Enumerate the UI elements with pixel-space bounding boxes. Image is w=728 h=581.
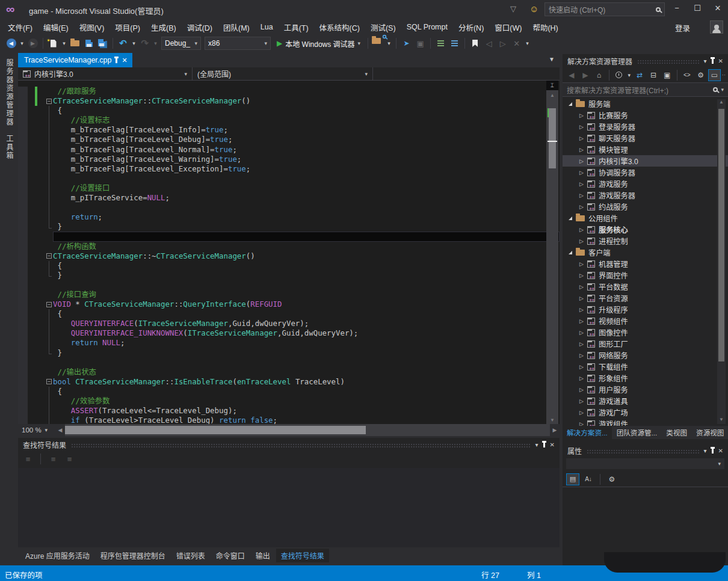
member-scope-dropdown[interactable] [373, 67, 560, 80]
menu-item-6[interactable]: 团队(M) [218, 19, 255, 35]
pin-icon[interactable] [712, 449, 714, 453]
breakpoint-margin[interactable] [18, 358, 28, 367]
collapsed-arrow-icon[interactable]: ▷ [579, 135, 584, 141]
sync-with-active-document-icon[interactable]: ⇄ [633, 69, 646, 81]
collapsed-arrow-icon[interactable]: ▷ [579, 158, 584, 164]
expanded-arrow-icon[interactable] [569, 217, 572, 220]
breakpoint-margin[interactable] [18, 377, 28, 387]
scroll-up-arrow[interactable]: ▲ [546, 91, 558, 99]
close-panel-icon[interactable]: ✕ [550, 441, 555, 448]
tree-item-3[interactable]: ▷聊天服务器 [563, 132, 728, 144]
undo-dropdown[interactable]: ▾ [131, 37, 137, 50]
scroll-right-arrow[interactable]: ▶ [550, 427, 560, 433]
breakpoint-margin[interactable] [18, 106, 28, 115]
tree-item-20[interactable]: ▷图像控件 [563, 327, 728, 338]
editor-vertical-scrollbar[interactable]: ⌶ ▲ ▼ [546, 81, 558, 424]
navigate-back-dropdown[interactable]: ▾ [19, 37, 25, 50]
solution-configuration-combo[interactable]: Debug_ ▾ [161, 37, 201, 50]
tree-item-16[interactable]: ▷平台数据 [563, 281, 728, 292]
collapsed-arrow-icon[interactable]: ▷ [579, 170, 584, 176]
save-all-button[interactable] [96, 37, 109, 50]
collapsed-arrow-icon[interactable]: ▷ [579, 147, 584, 153]
show-all-files-icon[interactable]: ▭ [708, 69, 721, 81]
right-panel-tab-1[interactable]: 团队资源管... [612, 426, 662, 439]
collapsed-arrow-icon[interactable]: ▷ [579, 375, 584, 381]
solution-explorer-search-box[interactable]: 搜索解决方案资源管理器(Ctrl+;) ▾ [563, 83, 728, 97]
close-panel-icon[interactable]: ✕ [718, 58, 723, 64]
open-file-button[interactable] [69, 37, 81, 50]
type-scope-dropdown[interactable]: (全局范围) ▾ [193, 67, 373, 80]
breakpoint-margin[interactable] [18, 212, 28, 222]
scrollbar-thumb[interactable] [549, 108, 556, 168]
toolbar-overflow-icon[interactable]: ·· [721, 72, 726, 78]
tab-traceservicemanager-cpp[interactable]: TraceServiceManager.cpp ✕ [18, 53, 132, 67]
pin-icon[interactable] [543, 443, 545, 447]
collapsed-arrow-icon[interactable]: ▷ [579, 227, 584, 233]
breakpoint-margin[interactable] [18, 183, 28, 193]
solution-platform-combo[interactable]: x86 ▾ [205, 37, 271, 50]
collapsed-arrow-icon[interactable]: ▷ [579, 272, 584, 278]
pin-icon[interactable] [712, 59, 714, 64]
collapsed-arrow-icon[interactable]: ▷ [579, 307, 584, 313]
close-tab-icon[interactable]: ✕ [122, 57, 127, 64]
filter-dropdown[interactable]: ▾ [626, 69, 632, 82]
tree-item-5[interactable]: ▷内核引擎3.0 [563, 155, 728, 167]
scrollbar-thumb[interactable] [718, 109, 724, 361]
tree-item-27[interactable]: ▷游戏广场 [563, 407, 728, 418]
left-tab-0[interactable]: 服务器资源管理器 [4, 59, 14, 126]
pending-changes-filter-icon[interactable] [612, 69, 626, 81]
right-panel-tab-3[interactable]: 资源视图 [692, 426, 728, 439]
collapsed-arrow-icon[interactable]: ▷ [579, 364, 584, 370]
tree-item-13[interactable]: 客户端 [563, 247, 728, 258]
tree-item-22[interactable]: ▷网络服务 [563, 349, 728, 361]
tree-item-12[interactable]: ▷进程控制 [563, 235, 728, 247]
collapsed-arrow-icon[interactable]: ▷ [579, 341, 584, 347]
new-file-button[interactable]: ✶ [47, 37, 60, 50]
menu-item-5[interactable]: 调试(D) [182, 19, 218, 35]
collapsed-arrow-icon[interactable]: ▷ [579, 318, 584, 324]
collapse-all-icon[interactable]: ⊟ [647, 69, 660, 81]
fold-gutter[interactable]: − [46, 251, 53, 261]
breakpoint-margin[interactable] [18, 164, 28, 174]
left-tab-1[interactable]: 工具箱 [4, 135, 14, 160]
collapsed-arrow-icon[interactable]: ▷ [579, 124, 584, 130]
breakpoint-margin[interactable] [18, 203, 28, 212]
collapsed-arrow-icon[interactable]: ▷ [579, 112, 584, 118]
tree-item-4[interactable]: ▷模块管理 [563, 144, 728, 155]
close-panel-icon[interactable]: ✕ [718, 447, 723, 454]
breakpoint-margin[interactable] [18, 125, 28, 135]
fold-collapse-icon[interactable]: − [46, 379, 52, 384]
tree-item-18[interactable]: ▷升级程序 [563, 304, 728, 315]
tree-item-10[interactable]: 公用组件 [563, 212, 728, 224]
new-file-dropdown[interactable]: ▾ [61, 37, 67, 50]
menu-item-11[interactable]: SQL Prompt [401, 20, 453, 34]
quick-launch-box[interactable]: 快速启动 (Ctrl+Q) [544, 2, 665, 16]
scroll-left-arrow[interactable]: ◀ [55, 427, 65, 433]
breakpoint-margin[interactable] [18, 319, 28, 328]
breakpoint-margin[interactable] [18, 309, 28, 319]
scrollbar-thumb[interactable] [65, 426, 366, 434]
minimize-button[interactable]: − [667, 0, 687, 16]
scroll-down-arrow[interactable]: ▼ [546, 416, 558, 424]
tree-item-9[interactable]: ▷约战服务 [563, 201, 728, 212]
maximize-button[interactable]: ☐ [687, 0, 708, 16]
breakpoint-margin[interactable] [18, 338, 28, 348]
breakpoint-margin[interactable] [18, 242, 28, 251]
properties-wrench-icon[interactable]: ⚙ [694, 69, 708, 81]
tree-vertical-scrollbar[interactable]: ▲ ▼ [717, 99, 726, 424]
breakpoint-margin[interactable] [18, 135, 28, 144]
breakpoint-margin[interactable] [18, 367, 28, 377]
collapsed-arrow-icon[interactable]: ▷ [579, 295, 584, 301]
collapsed-arrow-icon[interactable]: ▷ [579, 421, 584, 426]
bottom-tab-2[interactable]: 错误列表 [171, 549, 210, 562]
fold-gutter[interactable]: − [46, 377, 53, 387]
tree-item-19[interactable]: ▷视频组件 [563, 315, 728, 327]
tree-item-8[interactable]: ▷游戏服务器 [563, 189, 728, 201]
fold-gutter[interactable]: − [46, 96, 53, 106]
breakpoint-margin[interactable] [18, 416, 28, 424]
breakpoint-margin[interactable] [18, 232, 28, 241]
menu-item-2[interactable]: 视图(V) [74, 19, 110, 35]
tree-item-14[interactable]: ▷机器管理 [563, 258, 728, 269]
split-editor-handle[interactable]: ⌶ [546, 81, 558, 90]
start-debugging-button[interactable]: ▶ 本地 Windows 调试器 ▾ [273, 37, 364, 50]
